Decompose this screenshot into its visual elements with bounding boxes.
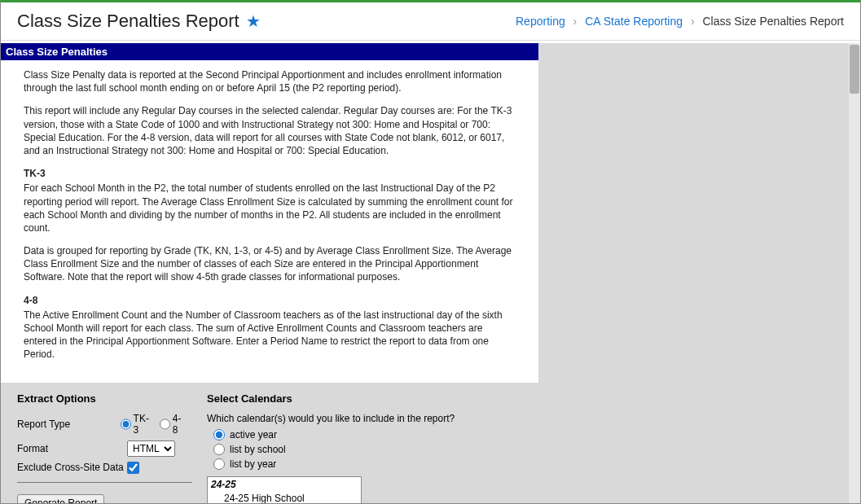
calendar-mode-active-radio[interactable] — [213, 429, 225, 440]
generate-report-button[interactable]: Generate Report — [17, 494, 104, 503]
calendar-mode-school-radio[interactable] — [213, 444, 225, 455]
report-type-row: Report Type TK-3 4-8 — [17, 413, 192, 436]
calendar-mode-year[interactable]: list by year — [213, 458, 522, 470]
form-area: Extract Options Report Type TK-3 4-8 — [1, 383, 538, 503]
breadcrumb: Reporting › CA State Reporting › Class S… — [516, 15, 844, 28]
extract-options-title: Extract Options — [17, 392, 192, 405]
format-select[interactable]: HTML — [127, 440, 175, 457]
report-type-48-label: 4-8 — [173, 413, 186, 436]
breadcrumb-l2[interactable]: CA State Reporting — [585, 15, 683, 28]
desc-p2: This report will include any Regular Day… — [24, 104, 516, 157]
report-type-48-radio[interactable] — [160, 419, 170, 430]
right-pane — [538, 43, 860, 503]
report-type-tk3[interactable]: TK-3 — [121, 413, 153, 436]
desc-s1-p2: Data is grouped for reporting by Grade (… — [24, 244, 516, 284]
desc-s2-p1: The Active Enrollment Count and the Numb… — [24, 309, 516, 362]
section-title: Class Size Penalties — [1, 43, 538, 60]
scrollbar-track[interactable] — [849, 43, 860, 503]
calendar-year-group[interactable]: 24-25 — [208, 477, 361, 492]
extract-options-col: Extract Options Report Type TK-3 4-8 — [17, 392, 192, 503]
header-bar: Class Size Penalties Report ★ Reporting … — [1, 2, 860, 41]
calendar-mode-school-label: list by school — [230, 444, 286, 455]
desc-s2-title: 4-8 — [24, 294, 516, 307]
description-block: Class Size Penalty data is reported at t… — [1, 60, 538, 383]
exclude-checkbox[interactable] — [127, 462, 139, 474]
report-type-tk3-radio[interactable] — [121, 419, 131, 430]
calendar-mode-list: active year list by school list by year — [213, 429, 522, 470]
desc-s1-p1: For each School Month in the P2, the tot… — [24, 182, 516, 234]
chevron-right-icon: › — [573, 15, 578, 28]
calendars-prompt: Which calendar(s) would you like to incl… — [207, 413, 522, 424]
calendar-mode-active[interactable]: active year — [213, 429, 522, 440]
breadcrumb-l3: Class Size Penalties Report — [702, 15, 844, 28]
content-wrap: Class Size Penalties Class Size Penalty … — [1, 43, 860, 503]
calendar-listbox[interactable]: 24-25 24-25 High School 24-25 Middle Sch… — [207, 476, 362, 503]
chevron-right-icon: › — [691, 15, 695, 28]
report-type-tk3-label: TK-3 — [134, 413, 153, 436]
calendar-item[interactable]: 24-25 High School — [208, 492, 361, 503]
star-icon[interactable]: ★ — [246, 11, 261, 31]
select-calendars-col: Select Calendars Which calendar(s) would… — [207, 392, 522, 503]
calendar-mode-year-label: list by year — [230, 458, 276, 470]
page-title-wrap: Class Size Penalties Report ★ — [17, 11, 261, 32]
breadcrumb-l1[interactable]: Reporting — [516, 15, 565, 28]
calendar-mode-active-label: active year — [230, 429, 277, 440]
select-calendars-title: Select Calendars — [207, 392, 522, 405]
exclude-label: Exclude Cross-Site Data — [17, 462, 127, 473]
report-type-48[interactable]: 4-8 — [160, 413, 186, 436]
desc-p1: Class Size Penalty data is reported at t… — [24, 68, 516, 94]
main-panel: Class Size Penalties Class Size Penalty … — [1, 43, 538, 503]
desc-s1-title: TK-3 — [24, 167, 516, 180]
format-label: Format — [17, 443, 127, 454]
format-row: Format HTML — [17, 440, 192, 457]
divider — [17, 482, 192, 483]
calendar-mode-school[interactable]: list by school — [213, 444, 522, 455]
scrollbar-thumb[interactable] — [850, 45, 859, 94]
calendar-mode-year-radio[interactable] — [213, 458, 225, 470]
app-window: Class Size Penalties Report ★ Reporting … — [0, 0, 861, 504]
report-type-label: Report Type — [17, 419, 121, 430]
page-title: Class Size Penalties Report — [17, 11, 239, 32]
exclude-row: Exclude Cross-Site Data — [17, 462, 192, 474]
